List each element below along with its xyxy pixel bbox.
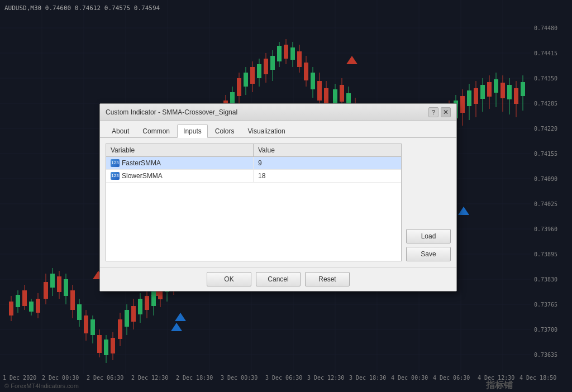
svg-rect-44 — [57, 276, 61, 292]
svg-rect-156 — [514, 88, 518, 104]
cancel-button[interactable]: Cancel — [256, 272, 301, 286]
table-row[interactable]: 123 SlowerSMMA 18 — [106, 170, 401, 183]
svg-text:0.74025: 0.74025 — [534, 201, 557, 207]
svg-text:0.74285: 0.74285 — [534, 101, 557, 107]
svg-text:3 Dec 00:30: 3 Dec 00:30 — [221, 375, 258, 381]
variable-name-1: FasterSMMA — [122, 159, 161, 167]
tab-common[interactable]: Common — [136, 125, 176, 137]
svg-rect-96 — [317, 81, 322, 101]
svg-rect-32 — [22, 290, 27, 306]
value-cell-2: 18 — [254, 170, 401, 182]
svg-rect-34 — [29, 302, 34, 312]
tab-inputs[interactable]: Inputs — [177, 125, 208, 138]
svg-rect-152 — [500, 83, 505, 98]
svg-text:3 Dec 18:30: 3 Dec 18:30 — [349, 375, 386, 381]
svg-text:2 Dec 06:30: 2 Dec 06:30 — [87, 375, 123, 381]
table-row[interactable]: 123 FasterSMMA 9 — [106, 157, 401, 170]
svg-rect-160 — [118, 319, 122, 339]
svg-text:0.73635: 0.73635 — [534, 352, 557, 358]
svg-text:0.74350: 0.74350 — [534, 75, 557, 82]
svg-text:1 Dec 2020: 1 Dec 2020 — [3, 375, 36, 381]
svg-text:0.74415: 0.74415 — [534, 50, 557, 56]
svg-rect-140 — [460, 96, 465, 113]
svg-text:2 Dec 00:30: 2 Dec 00:30 — [42, 375, 79, 381]
dialog-title: Custom Indicator - SMMA-Crossover_Signal — [106, 108, 237, 116]
svg-text:2 Dec 12:30: 2 Dec 12:30 — [131, 375, 168, 381]
inputs-table: Variable Value 123 FasterSMMA 9 123 S — [106, 144, 402, 261]
dialog-close-button[interactable]: ✕ — [441, 107, 451, 117]
dialog-titlebar: Custom Indicator - SMMA-Crossover_Signal… — [100, 104, 456, 121]
svg-rect-50 — [77, 304, 82, 320]
svg-text:0.73700: 0.73700 — [534, 327, 557, 333]
svg-rect-36 — [36, 299, 40, 313]
dialog: Custom Indicator - SMMA-Crossover_Signal… — [99, 103, 457, 291]
ok-button[interactable]: OK — [207, 272, 251, 286]
svg-rect-170 — [151, 290, 156, 306]
svg-rect-84 — [277, 46, 282, 61]
svg-text:0.74480: 0.74480 — [534, 25, 557, 31]
svg-rect-42 — [50, 274, 55, 288]
variable-name-2: SlowerSMMA — [122, 172, 163, 180]
svg-rect-144 — [474, 88, 478, 104]
load-button[interactable]: Load — [406, 229, 451, 243]
save-button[interactable]: Save — [406, 247, 451, 261]
row2-icon: 123 — [111, 172, 120, 180]
svg-rect-82 — [270, 56, 275, 70]
svg-rect-59 — [104, 340, 108, 355]
svg-text:3 Dec 12:30: 3 Dec 12:30 — [307, 375, 344, 381]
table-wrapper: Variable Value 123 FasterSMMA 9 123 S — [106, 144, 402, 261]
svg-rect-30 — [16, 295, 20, 307]
dialog-controls: ? ✕ — [428, 107, 451, 117]
svg-text:0.73830: 0.73830 — [534, 276, 557, 283]
svg-rect-154 — [507, 85, 512, 99]
svg-rect-61 — [111, 338, 115, 353]
svg-rect-80 — [264, 59, 268, 74]
svg-text:4 Dec 18:50: 4 Dec 18:50 — [519, 375, 556, 381]
svg-rect-168 — [145, 296, 149, 310]
svg-text:0.74220: 0.74220 — [534, 126, 557, 132]
tab-about[interactable]: About — [106, 125, 135, 137]
svg-rect-40 — [44, 282, 48, 299]
svg-text:4 Dec 00:30: 4 Dec 00:30 — [391, 375, 428, 381]
svg-rect-166 — [138, 299, 142, 314]
variable-cell-2: 123 SlowerSMMA — [106, 170, 254, 182]
buttons-panel: Load Save — [406, 144, 451, 261]
table-header: Variable Value — [106, 144, 401, 157]
variable-cell-1: 123 FasterSMMA — [106, 157, 254, 169]
row1-icon: 123 — [111, 159, 120, 167]
svg-rect-94 — [311, 73, 315, 89]
svg-rect-57 — [97, 335, 102, 353]
dialog-help-button[interactable]: ? — [428, 107, 438, 117]
svg-text:指标铺: 指标铺 — [485, 380, 513, 390]
svg-rect-74 — [244, 73, 248, 87]
svg-rect-92 — [304, 63, 308, 80]
tab-visualization[interactable]: Visualization — [241, 125, 291, 137]
svg-text:© ForexMT4Indicators.com: © ForexMT4Indicators.com — [4, 383, 79, 389]
svg-text:AUDUSD,M30  0.74600 0.74612 0.: AUDUSD,M30 0.74600 0.74612 0.74575 0.745… — [4, 4, 160, 12]
tabs-bar: About Common Inputs Colors Visualization — [100, 121, 456, 138]
svg-text:0.74090: 0.74090 — [534, 176, 557, 182]
svg-rect-52 — [84, 315, 88, 333]
svg-rect-72 — [237, 78, 241, 96]
svg-text:0.73765: 0.73765 — [534, 302, 557, 308]
header-value: Value — [254, 144, 401, 156]
main-area: Variable Value 123 FasterSMMA 9 123 S — [106, 144, 451, 261]
svg-rect-148 — [487, 82, 492, 97]
svg-rect-76 — [250, 67, 255, 84]
svg-rect-54 — [90, 319, 95, 335]
svg-rect-78 — [257, 64, 261, 78]
svg-rect-90 — [297, 51, 302, 67]
svg-rect-103 — [340, 85, 344, 102]
svg-text:0.73960: 0.73960 — [534, 226, 557, 232]
value-cell-1: 9 — [254, 157, 401, 169]
svg-rect-150 — [494, 79, 498, 93]
svg-text:0.73895: 0.73895 — [534, 251, 557, 257]
svg-rect-48 — [70, 290, 75, 310]
svg-rect-88 — [290, 47, 295, 60]
svg-rect-158 — [521, 82, 525, 96]
svg-rect-46 — [64, 279, 68, 296]
dialog-content: Variable Value 123 FasterSMMA 9 123 S — [100, 138, 456, 267]
tab-colors[interactable]: Colors — [209, 125, 241, 137]
svg-rect-162 — [125, 310, 129, 327]
reset-button[interactable]: Reset — [305, 272, 350, 286]
